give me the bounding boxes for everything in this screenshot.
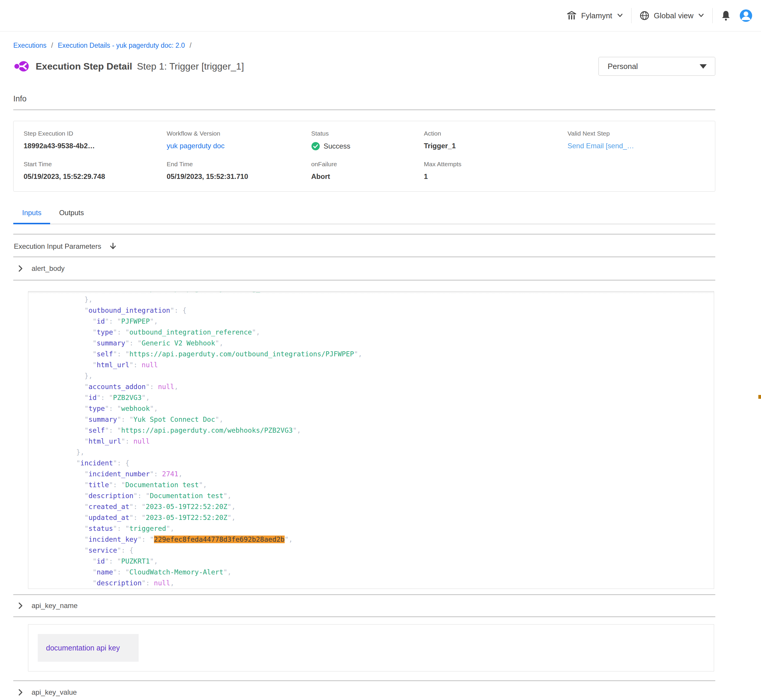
alert-body-expander[interactable]: alert_body [13, 257, 715, 280]
api-key-value-expander[interactable]: api_key_value [13, 681, 715, 700]
status-text: Success [324, 142, 351, 150]
execution-input-parameters-header: Execution Input Parameters [13, 242, 715, 250]
field-max-attempts: Max Attempts 1 [424, 161, 567, 181]
chevron-right-icon [17, 689, 24, 696]
select-caret-icon [700, 64, 707, 69]
scope-select-value: Personal [608, 62, 638, 71]
globe-icon [639, 10, 650, 21]
org-switcher[interactable]: Fylamynt [566, 10, 623, 21]
tab-bar: Inputs Outputs [13, 205, 715, 224]
field-label: Max Attempts [424, 161, 567, 168]
api-key-name-panel: documentation api key [28, 624, 714, 672]
section-divider [13, 280, 715, 281]
workflow-link[interactable]: yuk pagerduty doc [167, 142, 311, 150]
page-title: Execution Step Detail [36, 61, 132, 72]
section-divider [13, 616, 715, 617]
chevron-down-icon [698, 13, 705, 18]
scope-select[interactable]: Personal [598, 57, 715, 76]
field-empty [567, 161, 715, 181]
alert-body-code[interactable]: "self": "https://api.pagerduty.com/log_e… [28, 291, 714, 589]
section-divider [13, 109, 715, 110]
field-value: Abort [311, 172, 424, 181]
chevron-down-icon [617, 13, 623, 18]
success-check-icon [311, 142, 320, 151]
topbar: Fylamynt Global view [0, 0, 761, 31]
account-icon [739, 9, 753, 22]
field-value: 18992a43-9538-4b2… [23, 142, 167, 150]
chevron-right-icon [17, 265, 24, 272]
field-label: Valid Next Step [567, 130, 715, 137]
params-heading: Execution Input Parameters [14, 242, 101, 250]
workflow-step-icon [13, 58, 30, 74]
page-header: Execution Step Detail Step 1: Trigger [t… [13, 56, 715, 76]
tab-outputs[interactable]: Outputs [50, 205, 92, 224]
field-label: onFailure [311, 161, 424, 168]
info-card: Step Execution ID 18992a43-9538-4b2… Wor… [13, 121, 715, 192]
breadcrumb-separator: / [189, 42, 191, 50]
page-subtitle: Step 1: Trigger [trigger_1] [137, 61, 244, 72]
notifications-button[interactable] [720, 10, 731, 22]
info-heading: Info [13, 94, 715, 103]
field-label: Start Time [23, 161, 167, 168]
api-key-value-label: api_key_value [31, 688, 77, 697]
field-onfailure: onFailure Abort [311, 161, 424, 181]
view-switcher[interactable]: Global view [639, 10, 705, 21]
field-value: Trigger_1 [424, 142, 567, 150]
tab-inputs[interactable]: Inputs [13, 205, 50, 224]
field-label: Workflow & Version [167, 130, 311, 137]
breadcrumb: Executions / Execution Details - yuk pag… [13, 42, 715, 50]
field-label: Status [311, 130, 424, 137]
status-badge: Success [311, 142, 424, 151]
bell-icon [720, 10, 731, 22]
user-avatar[interactable] [739, 9, 753, 22]
chevron-right-icon [17, 602, 24, 609]
field-end-time: End Time 05/19/2023, 15:52:31.710 [167, 161, 311, 181]
next-step-link[interactable]: Send Email [send_… [567, 142, 715, 150]
field-label: Action [424, 130, 567, 137]
org-label: Fylamynt [581, 11, 612, 20]
api-key-name-label: api_key_name [31, 602, 78, 610]
field-step-execution-id: Step Execution ID 18992a43-9538-4b2… [23, 130, 167, 151]
api-key-name-chip: documentation api key [38, 634, 139, 662]
field-value: 05/19/2023, 15:52:31.710 [167, 172, 311, 181]
field-value: 05/19/2023, 15:52:29.748 [23, 172, 167, 181]
scrollbar-match-marker [758, 395, 761, 399]
section-divider [13, 234, 715, 234]
field-label: End Time [167, 161, 311, 168]
alert-body-label: alert_body [31, 264, 64, 273]
view-label: Global view [654, 11, 694, 20]
page-content: Executions / Execution Details - yuk pag… [13, 42, 715, 700]
breadcrumb-execution-details[interactable]: Execution Details - yuk pagerduty doc: 2… [58, 42, 185, 50]
field-value: 1 [424, 172, 567, 181]
api-key-name-expander[interactable]: api_key_name [13, 595, 715, 616]
field-action: Action Trigger_1 [424, 130, 567, 151]
field-label: Step Execution ID [23, 130, 167, 137]
field-workflow-version: Workflow & Version yuk pagerduty doc [167, 130, 311, 151]
download-icon[interactable] [109, 242, 117, 250]
field-start-time: Start Time 05/19/2023, 15:52:29.748 [23, 161, 167, 181]
field-status: Status Success [311, 130, 424, 151]
field-valid-next-step: Valid Next Step Send Email [send_… [567, 130, 715, 151]
breadcrumb-executions[interactable]: Executions [13, 42, 47, 50]
breadcrumb-separator: / [51, 42, 53, 50]
bank-icon [566, 10, 577, 21]
